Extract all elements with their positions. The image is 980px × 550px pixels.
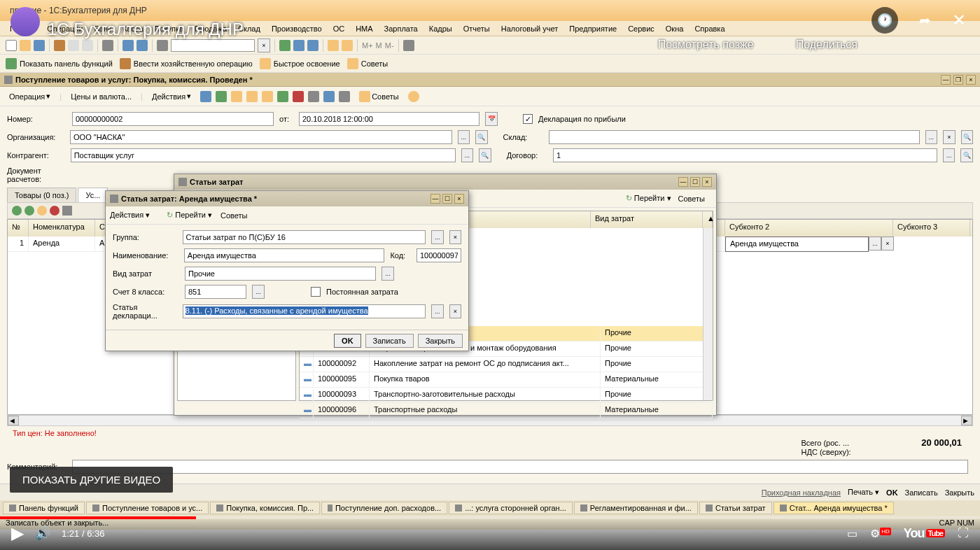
print-dropdown[interactable]: Печать ▾ bbox=[848, 488, 879, 497]
minimize-button[interactable]: — bbox=[941, 75, 951, 85]
v-scrollbar[interactable] bbox=[703, 228, 713, 400]
col-n[interactable]: № bbox=[8, 220, 29, 237]
m1-advice[interactable]: Советы bbox=[678, 195, 705, 203]
decl-input[interactable]: 8.11. (-) Расходы, связанные с арендой и… bbox=[183, 304, 426, 318]
fullscreen-icon[interactable]: ⛶ bbox=[958, 527, 969, 540]
menu-edit[interactable]: Правка bbox=[6, 23, 40, 34]
delete-row-icon[interactable] bbox=[50, 206, 59, 216]
save-button[interactable]: Записать bbox=[905, 488, 938, 497]
nav-fwd-icon[interactable] bbox=[307, 40, 318, 51]
play-icon[interactable]: ▶ bbox=[11, 523, 24, 543]
yt-progress-bar[interactable] bbox=[0, 516, 980, 519]
menu-purchase[interactable]: Покупка bbox=[150, 23, 188, 34]
permanent-checkbox[interactable] bbox=[311, 287, 321, 297]
list-item[interactable]: ▬100000095Покупка тваровМатериальные bbox=[300, 372, 713, 388]
invoice-link[interactable]: Приходная накладная bbox=[762, 488, 841, 497]
wtab-costs[interactable]: Статьи затрат bbox=[699, 502, 772, 514]
operation-dropdown[interactable]: Операция ▾ bbox=[4, 90, 55, 103]
menu-bank[interactable]: Банк bbox=[90, 23, 115, 34]
menu-windows[interactable]: Окна bbox=[662, 23, 688, 34]
tool-icon[interactable] bbox=[403, 40, 414, 51]
menu-tax[interactable]: Налоговый учет bbox=[497, 23, 563, 34]
menu-nma[interactable]: НМА bbox=[351, 23, 377, 34]
counterparty-open[interactable]: 🔍 bbox=[479, 148, 491, 162]
account-select[interactable]: ... bbox=[252, 285, 265, 299]
doc-tool-icon-8[interactable] bbox=[308, 91, 319, 102]
save-icon[interactable] bbox=[34, 40, 45, 51]
contract-select[interactable]: ... bbox=[943, 148, 955, 162]
subtitles-icon[interactable]: ▭ bbox=[847, 527, 858, 540]
cut-icon[interactable] bbox=[54, 40, 65, 51]
type-select[interactable]: ... bbox=[382, 267, 394, 281]
print-icon[interactable] bbox=[102, 40, 113, 51]
menu-hr[interactable]: Кадры bbox=[425, 23, 456, 34]
menu-production[interactable]: Производство bbox=[267, 23, 326, 34]
m2-maximize[interactable]: ☐ bbox=[442, 194, 452, 204]
group-select[interactable]: ... bbox=[431, 230, 443, 244]
m2-save-button[interactable]: Записать bbox=[365, 334, 414, 348]
account-input[interactable] bbox=[185, 285, 246, 299]
quick-learn-button[interactable]: Быстрое освоение bbox=[260, 58, 340, 69]
contract-input[interactable] bbox=[553, 148, 937, 162]
restore-button[interactable]: ❐ bbox=[953, 75, 963, 85]
m1-close[interactable]: × bbox=[702, 177, 712, 187]
org-open[interactable]: 🔍 bbox=[475, 130, 487, 144]
copy-row-icon[interactable] bbox=[24, 206, 34, 216]
open-icon[interactable] bbox=[20, 40, 31, 51]
counterparty-select[interactable]: ... bbox=[461, 148, 474, 162]
menu-sale[interactable]: Продажа bbox=[190, 23, 231, 34]
wtab-purchase[interactable]: Покупка, комиссия. Пр... bbox=[210, 502, 320, 514]
number-input[interactable] bbox=[72, 112, 274, 126]
prices-button[interactable]: Цены и валюта... bbox=[66, 90, 136, 103]
cost-item-title-bar[interactable]: Статья затрат: Аренда имущества * — ☐ × bbox=[106, 191, 468, 206]
warehouse-input[interactable] bbox=[549, 130, 919, 144]
menu-help[interactable]: Справка bbox=[690, 23, 729, 34]
doc-tool-icon-5[interactable] bbox=[262, 91, 273, 102]
doc-advice-button[interactable]: Советы bbox=[354, 89, 403, 104]
table-tool-icon[interactable] bbox=[62, 206, 72, 216]
youtube-logo[interactable]: YouTube bbox=[904, 526, 945, 541]
type-input[interactable] bbox=[185, 267, 376, 281]
warehouse-clear[interactable]: × bbox=[943, 130, 955, 144]
help-icon[interactable] bbox=[408, 91, 419, 102]
copy-icon[interactable] bbox=[68, 40, 79, 51]
menu-cash[interactable]: Касса bbox=[118, 23, 148, 34]
wtab-service[interactable]: ...: услуга сторонней орган... bbox=[449, 502, 573, 514]
m1-maximize[interactable]: ☐ bbox=[690, 177, 700, 187]
add-row-icon[interactable] bbox=[12, 206, 22, 216]
advice-button[interactable]: Советы bbox=[347, 58, 388, 69]
menu-warehouse[interactable]: Склад bbox=[234, 23, 265, 34]
calc-icon[interactable] bbox=[328, 40, 339, 51]
search-icon[interactable] bbox=[157, 40, 168, 51]
m2-goto-dropdown[interactable]: ↻ Перейти ▾ bbox=[167, 211, 212, 220]
org-input[interactable] bbox=[70, 130, 452, 144]
menu-service[interactable]: Сервис bbox=[624, 23, 659, 34]
declaration-checkbox[interactable]: ✓ bbox=[523, 114, 533, 124]
m2-ok-button[interactable]: OK bbox=[334, 334, 361, 348]
calendar-icon[interactable] bbox=[342, 40, 353, 51]
doc-tool-icon-4[interactable] bbox=[246, 91, 258, 102]
paste-icon[interactable] bbox=[82, 40, 93, 51]
menu-operations[interactable]: Операции bbox=[43, 23, 87, 34]
settings-icon[interactable]: ⚙HD bbox=[870, 527, 891, 540]
calendar-button[interactable]: 📅 bbox=[485, 112, 498, 126]
group-clear[interactable]: × bbox=[449, 230, 461, 244]
cost-items-title-bar[interactable]: Статьи затрат — ☐ × bbox=[174, 174, 716, 190]
decl-clear[interactable]: × bbox=[449, 304, 461, 318]
m2-minimize[interactable]: — bbox=[430, 194, 440, 204]
m1-goto-dropdown[interactable]: ↻ Перейти ▾ bbox=[626, 194, 671, 203]
m2-close[interactable]: × bbox=[454, 194, 464, 204]
wtab-cost-item[interactable]: Стат... Аренда имущества * bbox=[774, 502, 894, 514]
wtab-receipt[interactable]: Поступление товаров и ус... bbox=[86, 502, 209, 514]
warehouse-open[interactable]: 🔍 bbox=[961, 130, 973, 144]
col-sub3[interactable]: Субконто 3 bbox=[893, 220, 970, 237]
search-input[interactable] bbox=[171, 39, 255, 52]
menu-os[interactable]: ОС bbox=[329, 23, 349, 34]
col-sub2[interactable]: Субконто 2 bbox=[725, 220, 893, 237]
m[interactable]: M bbox=[376, 41, 382, 50]
tab-goods[interactable]: Товары (0 поз.) bbox=[7, 188, 76, 202]
group-input[interactable] bbox=[183, 230, 426, 244]
list-item[interactable]: ▬100000093Транспортно-заготовительные ра… bbox=[300, 388, 713, 403]
menu-salary[interactable]: Зарплата bbox=[380, 23, 422, 34]
ok-button[interactable]: OK bbox=[886, 488, 898, 497]
